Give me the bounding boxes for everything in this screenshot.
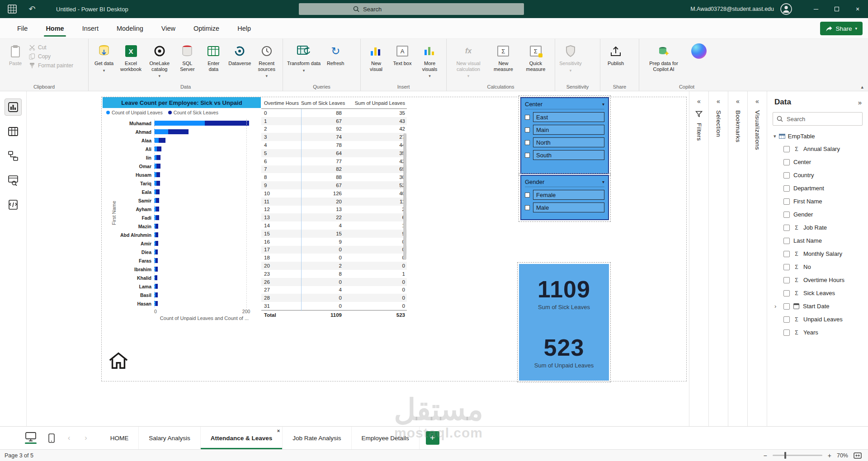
column-header[interactable]: Sum of Unpaid Leaves: [352, 100, 407, 106]
menu-optimize[interactable]: Optimize: [185, 18, 227, 38]
table-view-icon[interactable]: [5, 123, 22, 140]
table-row[interactable]: 1441: [261, 221, 407, 230]
desktop-layout-icon[interactable]: [25, 432, 37, 444]
pane-filters[interactable]: «Filters: [689, 91, 708, 426]
checkbox[interactable]: [783, 251, 790, 257]
page-tab-home[interactable]: HOME: [100, 427, 139, 449]
chart-bar-row[interactable]: Ali: [113, 145, 261, 153]
menu-file[interactable]: File: [9, 18, 36, 38]
dax-query-view-icon[interactable]: [5, 172, 22, 189]
table-row[interactable]: 78269: [261, 165, 407, 174]
column-header[interactable]: Sum of Sick Leaves: [301, 100, 352, 106]
chart-bar-row[interactable]: Abd Alruhmin: [113, 230, 261, 239]
checkbox[interactable]: [783, 264, 790, 270]
table-node-emptable[interactable]: ▾ EmpTable: [767, 130, 868, 142]
chart-bar-row[interactable]: Omar: [113, 162, 261, 170]
field-unpaid-leaves[interactable]: ΣUnpaid Leaves: [767, 313, 868, 326]
table-row[interactable]: 16743: [261, 117, 407, 125]
table-row[interactable]: 2740: [261, 286, 407, 294]
new-page-button[interactable]: +: [426, 431, 439, 445]
chart-bar-row[interactable]: Iin: [113, 153, 261, 162]
field-start-date[interactable]: ›Start Date: [767, 300, 868, 313]
table-scrollbar[interactable]: [403, 133, 406, 260]
checkbox[interactable]: [783, 225, 790, 231]
page-tab-attendance-leaves[interactable]: Attendance & Leaves×: [201, 427, 283, 449]
expand-pane-icon[interactable]: «: [755, 98, 759, 105]
field-overtime-hours[interactable]: ΣOvertime Hours: [767, 273, 868, 287]
home-icon[interactable]: [108, 351, 129, 372]
slicer-item-south[interactable]: South: [525, 150, 604, 160]
page-tab-salary-analysis[interactable]: Salary Analysis: [139, 427, 201, 449]
chart-bar-row[interactable]: Ahmad: [113, 127, 261, 136]
expand-pane-icon[interactable]: «: [717, 98, 720, 105]
dataverse-button[interactable]: Dataverse: [227, 42, 252, 67]
table-row[interactable]: 2381: [261, 270, 407, 278]
field-department[interactable]: Department: [767, 182, 868, 195]
card-visual[interactable]: 1109 Sum of Sick Leaves 523 Sum of Unpai…: [519, 264, 609, 381]
maximize-button[interactable]: [826, 0, 847, 18]
checkbox[interactable]: [783, 290, 790, 296]
checkbox[interactable]: [525, 205, 530, 210]
chart-bar-row[interactable]: Muhamad: [113, 119, 261, 127]
chart-bar-row[interactable]: Eala: [113, 188, 261, 196]
chevron-down-icon[interactable]: ▾: [602, 102, 604, 107]
menu-insert[interactable]: Insert: [74, 18, 107, 38]
field-monthly-salary[interactable]: ΣMonthly Salary: [767, 247, 868, 260]
chart-bar-row[interactable]: Fadi: [113, 213, 261, 222]
table-row[interactable]: 29242: [261, 125, 407, 133]
quick-measure-button[interactable]: Σ Quick measure: [519, 42, 552, 73]
enter-data-button[interactable]: Enter data: [201, 42, 226, 73]
chart-bar-row[interactable]: Samir: [113, 196, 261, 205]
checkbox[interactable]: [783, 212, 790, 218]
column-header[interactable]: Overtime Hours: [261, 100, 301, 106]
table-row[interactable]: 2800: [261, 294, 407, 302]
excel-workbook-button[interactable]: X Excel workbook: [118, 42, 144, 73]
report-view-icon[interactable]: [5, 99, 22, 116]
mobile-layout-icon[interactable]: [48, 433, 55, 443]
chart-bar-row[interactable]: Basil: [113, 291, 261, 299]
collapse-ribbon-icon[interactable]: ▴: [861, 84, 863, 90]
slicer-item-main[interactable]: Main: [525, 125, 604, 135]
chevron-down-icon[interactable]: ▾: [602, 179, 604, 184]
table-row[interactable]: 15159: [261, 230, 407, 238]
sql-server-button[interactable]: SQL Server: [175, 42, 200, 73]
undo-icon[interactable]: ↶: [26, 3, 38, 15]
model-view-icon[interactable]: [5, 147, 22, 165]
next-page-arrow[interactable]: ›: [83, 434, 88, 442]
recent-sources-button[interactable]: Recent sources▾: [253, 42, 280, 79]
checkbox[interactable]: [525, 115, 530, 120]
checkbox[interactable]: [783, 316, 790, 323]
chevron-right-icon[interactable]: ›: [774, 303, 776, 310]
expand-pane-icon[interactable]: «: [697, 98, 701, 105]
pane-selection[interactable]: «Selection: [708, 91, 728, 426]
text-box-button[interactable]: A Text box: [390, 42, 415, 67]
table-row[interactable]: 56435: [261, 149, 407, 157]
table-row[interactable]: 96752: [261, 181, 407, 189]
chart-bar-row[interactable]: Faras: [113, 256, 261, 265]
chart-bar-row[interactable]: Tariq: [113, 179, 261, 188]
checkbox[interactable]: [783, 146, 790, 152]
publish-button[interactable]: Publish: [603, 42, 628, 67]
field-first-name[interactable]: First Name: [767, 195, 868, 208]
chart-bar-row[interactable]: Amir: [113, 239, 261, 248]
account-email[interactable]: M.Awad03728@student.aast.edu: [690, 6, 774, 12]
field-no[interactable]: ΣNo: [767, 260, 868, 273]
close-tab-icon[interactable]: ×: [277, 428, 280, 433]
table-row[interactable]: 1690: [261, 238, 407, 246]
table-row[interactable]: 08835: [261, 109, 407, 117]
chart-bar-row[interactable]: Mazin: [113, 222, 261, 230]
pane-visualizations[interactable]: «Visualizations: [747, 91, 767, 426]
chart-bar-row[interactable]: Alaa: [113, 136, 261, 145]
expand-pane-icon[interactable]: «: [736, 98, 740, 105]
zoom-slider-handle[interactable]: [784, 452, 786, 459]
avatar[interactable]: [780, 3, 792, 15]
field-center[interactable]: Center: [767, 155, 868, 169]
field-sick-leaves[interactable]: ΣSick Leaves: [767, 287, 868, 300]
chart-bar-row[interactable]: Hasan: [113, 299, 261, 308]
field-country[interactable]: Country: [767, 169, 868, 182]
menu-view[interactable]: View: [153, 18, 184, 38]
table-row[interactable]: 13226: [261, 213, 407, 221]
close-button[interactable]: ×: [847, 0, 868, 18]
table-row[interactable]: 1800: [261, 254, 407, 262]
chart-bar-row[interactable]: Diea: [113, 248, 261, 256]
